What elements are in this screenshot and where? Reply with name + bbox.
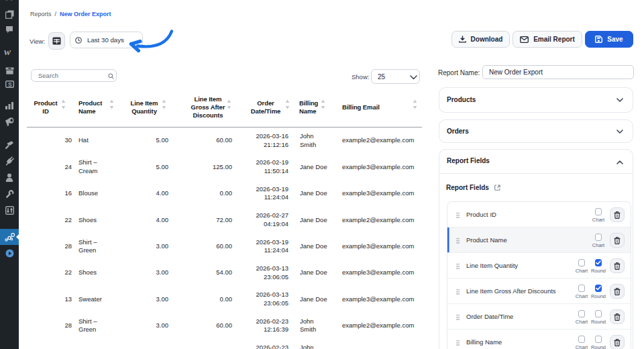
svg-text:w: w — [4, 47, 11, 56]
svg-text:S: S — [8, 81, 12, 88]
